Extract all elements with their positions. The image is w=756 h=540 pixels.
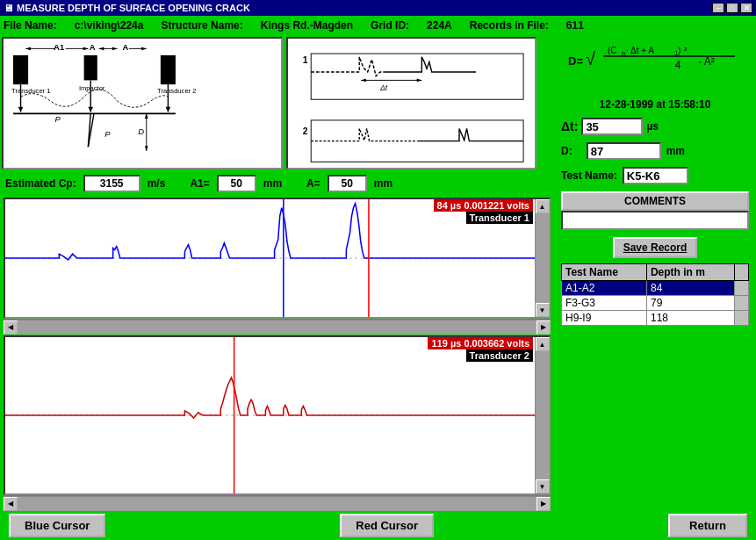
a-input[interactable] bbox=[328, 175, 367, 192]
svg-rect-14 bbox=[84, 55, 97, 80]
svg-text:A1: A1 bbox=[54, 42, 64, 52]
svg-marker-30 bbox=[88, 107, 93, 112]
svg-text:2: 2 bbox=[303, 126, 308, 136]
cp-unit: m/s bbox=[148, 177, 166, 190]
svg-rect-16 bbox=[161, 55, 176, 84]
test-name-row: Test Name: bbox=[558, 165, 752, 186]
lower-name-label: Transducer 2 bbox=[466, 349, 533, 362]
svg-marker-32 bbox=[166, 107, 171, 112]
comments-section: COMMENTS bbox=[558, 190, 752, 232]
left-panel: A1 A A Transducer 1 bbox=[0, 35, 554, 510]
depth-cell: 79 bbox=[646, 296, 734, 311]
save-section: Save Record bbox=[558, 235, 752, 260]
upper-chart-scrollbar-v[interactable]: ▲ ▼ bbox=[535, 199, 549, 317]
records-table: Test Name Depth in m A1-A284F3-G379H9-I9… bbox=[561, 263, 749, 326]
svg-text:- A²: - A² bbox=[698, 55, 715, 68]
depth-cell: 84 bbox=[646, 281, 734, 296]
a-unit: mm bbox=[374, 177, 392, 190]
signal-diagram: 1 2 Δt bbox=[286, 37, 536, 169]
at-unit: µs bbox=[646, 120, 659, 133]
params-row: Estimated Cp: m/s A1= mm A= mm bbox=[0, 171, 554, 196]
svg-text:(C: (C bbox=[608, 46, 617, 55]
lower-chart-container: 119 µs 0.003662 volts Transducer 2 ▲ ▼ bbox=[4, 335, 551, 495]
records-table-section: Test Name Depth in m A1-A284F3-G379H9-I9… bbox=[558, 263, 752, 507]
save-record-button[interactable]: Save Record bbox=[613, 237, 698, 258]
upper-name-label: Transducer 1 bbox=[466, 212, 533, 224]
test-name-input[interactable] bbox=[623, 167, 688, 184]
row-scroll-cell bbox=[735, 311, 749, 326]
scroll-h-track2 bbox=[18, 497, 536, 511]
svg-text:Transducer 1: Transducer 1 bbox=[11, 87, 50, 95]
scroll-track2 bbox=[536, 351, 550, 479]
file-label: File Name: bbox=[4, 19, 57, 32]
svg-text:Transducer 2: Transducer 2 bbox=[157, 87, 196, 95]
test-name-cell: F3-G3 bbox=[562, 296, 647, 311]
table-row[interactable]: A1-A284 bbox=[562, 281, 749, 296]
transducer-svg: A1 A A Transducer 1 bbox=[4, 39, 281, 168]
bottom-bar: Blue Cursor Red Cursor Return bbox=[0, 510, 756, 540]
row-scroll-cell bbox=[735, 281, 749, 296]
a1-input[interactable] bbox=[217, 175, 256, 192]
comments-button[interactable]: COMMENTS bbox=[561, 191, 749, 211]
title-bar-controls: ─ □ ✕ bbox=[712, 3, 752, 13]
app-icon: 🖥 bbox=[4, 3, 13, 13]
svg-rect-35 bbox=[311, 54, 523, 99]
svg-text:P: P bbox=[54, 114, 61, 124]
svg-text:P: P bbox=[104, 129, 111, 139]
scroll-up-btn[interactable]: ▲ bbox=[536, 199, 550, 213]
scroll-left-btn2[interactable]: ◀ bbox=[4, 497, 18, 511]
row-scroll-cell bbox=[735, 296, 749, 311]
maximize-button[interactable]: □ bbox=[726, 3, 738, 13]
file-info-bar: File Name: c:\viking\224a Structure Name… bbox=[0, 16, 756, 35]
svg-text:√: √ bbox=[586, 49, 595, 68]
test-name-cell: A1-A2 bbox=[562, 281, 647, 296]
return-button[interactable]: Return bbox=[668, 514, 747, 537]
structure-name: Kings Rd.-Magden bbox=[261, 19, 353, 32]
red-cursor-button[interactable]: Red Cursor bbox=[340, 514, 434, 537]
at-label: Δt: bbox=[561, 119, 578, 133]
d-row: D: mm bbox=[558, 140, 752, 162]
minimize-button[interactable]: ─ bbox=[712, 3, 724, 13]
scroll-right-btn2[interactable]: ▶ bbox=[536, 497, 551, 511]
lower-h-scrollbar[interactable]: ◀ ▶ bbox=[4, 496, 551, 510]
table-row[interactable]: F3-G379 bbox=[562, 296, 749, 311]
scroll-right-btn[interactable]: ▶ bbox=[536, 320, 551, 335]
lower-chart-section: 119 µs 0.003662 volts Transducer 2 ▲ ▼ bbox=[0, 334, 554, 496]
d-unit: mm bbox=[666, 145, 685, 157]
col2-header: Depth in m bbox=[646, 264, 734, 281]
title-bar: 🖥 MEASURE DEPTH OF SURFACE OPENING CRACK… bbox=[0, 0, 756, 16]
at-input[interactable] bbox=[581, 118, 643, 135]
upper-h-scrollbar[interactable]: ◀ ▶ bbox=[4, 320, 551, 334]
col1-header: Test Name bbox=[562, 264, 647, 281]
scroll-up-btn2[interactable]: ▲ bbox=[536, 337, 550, 351]
close-button[interactable]: ✕ bbox=[740, 3, 752, 13]
test-name-cell: H9-I9 bbox=[562, 311, 647, 326]
records-label: Records in File: bbox=[470, 19, 549, 32]
svg-text:D: D bbox=[138, 126, 144, 136]
scroll-down-btn2[interactable]: ▼ bbox=[536, 479, 550, 493]
grid-id: 224A bbox=[427, 19, 452, 32]
scroll-down-btn[interactable]: ▼ bbox=[536, 303, 550, 317]
d-label: D: bbox=[561, 145, 572, 157]
d-input[interactable] bbox=[587, 142, 661, 160]
svg-marker-28 bbox=[18, 107, 24, 112]
svg-text:A: A bbox=[123, 42, 129, 52]
file-name: c:\viking\224a bbox=[75, 19, 144, 32]
test-name-label: Test Name: bbox=[561, 169, 617, 182]
main-content: A1 A A Transducer 1 bbox=[0, 35, 756, 510]
svg-text:A: A bbox=[90, 42, 96, 52]
upper-chart-labels: 84 µs 0.001221 volts Transducer 1 bbox=[434, 199, 533, 224]
signal-svg: 1 2 Δt bbox=[288, 39, 535, 168]
formula-svg: D= √ (C p · Δt + A 1 ) ² 4 - A² bbox=[559, 40, 752, 89]
comments-input-field[interactable] bbox=[561, 211, 749, 230]
blue-cursor-button[interactable]: Blue Cursor bbox=[9, 514, 105, 537]
cp-input[interactable] bbox=[83, 175, 140, 192]
svg-text:): ) bbox=[678, 46, 680, 55]
upper-chart-container: 84 µs 0.001221 volts Transducer 1 ▲ bbox=[4, 198, 551, 319]
grid-label: Grid ID: bbox=[371, 19, 409, 32]
scroll-left-btn[interactable]: ◀ bbox=[4, 320, 18, 335]
table-row[interactable]: H9-I9118 bbox=[562, 311, 749, 326]
lower-chart-scrollbar-v[interactable]: ▲ ▼ bbox=[535, 337, 549, 493]
at-section: Δt: µs bbox=[558, 116, 752, 137]
transducer-diagram: A1 A A Transducer 1 bbox=[2, 37, 283, 169]
